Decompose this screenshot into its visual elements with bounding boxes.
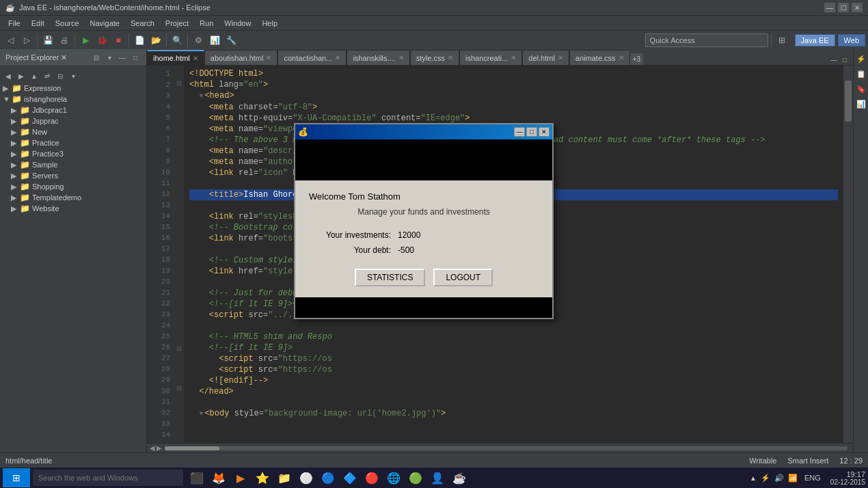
minimize-btn[interactable]: —: [824, 3, 835, 12]
tab-overflow[interactable]: +3: [630, 53, 643, 65]
modal-maximize-btn[interactable]: □: [526, 127, 537, 137]
toolbar-back[interactable]: ◁: [3, 33, 18, 48]
toolbar-search[interactable]: 🔍: [169, 33, 185, 48]
toolbar-stop[interactable]: ■: [111, 33, 126, 48]
tab-ihome[interactable]: ihome.html ✕: [147, 50, 204, 65]
toolbar-extra2[interactable]: 📊: [207, 33, 222, 48]
right-sidebar-btn-3[interactable]: 🔖: [854, 82, 868, 96]
sidebar-item-ishanghorela[interactable]: ▼ 📁 ishanghorela: [0, 94, 146, 105]
close-icon[interactable]: ✕: [511, 54, 516, 62]
toolbar-print[interactable]: 🖨: [57, 33, 72, 48]
close-icon[interactable]: ✕: [448, 54, 453, 62]
tab-animate[interactable]: animate.css ✕: [569, 50, 630, 65]
quick-access-box[interactable]: Quick Access: [645, 33, 768, 47]
folder-icon[interactable]: 📁: [275, 468, 294, 487]
ie-icon[interactable]: 🌐: [384, 468, 403, 487]
tray-expand[interactable]: ▲: [750, 474, 757, 482]
toolbar-open[interactable]: 📂: [148, 33, 163, 48]
sidebar-item-templatedemo[interactable]: ▶ 📁 Templatedemo: [0, 192, 146, 203]
scrollbar-thumb[interactable]: [845, 81, 852, 122]
menu-source[interactable]: Source: [50, 18, 85, 29]
sidebar-item-practice3[interactable]: ▶ 📁 Practice3: [0, 148, 146, 159]
menu-navigate[interactable]: Navigate: [85, 18, 125, 29]
right-sidebar-btn-2[interactable]: 📋: [854, 67, 868, 81]
toolbar-perspective-settings[interactable]: ⊞: [774, 33, 789, 48]
sidebar-item-servers[interactable]: ▶ 📁 Servers: [0, 170, 146, 181]
toolbar-save[interactable]: 💾: [40, 33, 55, 48]
sidebar-item-expression[interactable]: ▶ 📁 Expression: [0, 83, 146, 94]
sidebar-forward-btn[interactable]: ▶: [16, 70, 27, 81]
close-icon[interactable]: ✕: [266, 54, 271, 62]
editor-maximize[interactable]: □: [839, 54, 850, 65]
toolbar-run[interactable]: ▶: [78, 33, 93, 48]
tab-style[interactable]: style.css ✕: [410, 50, 459, 65]
toolbar-extra3[interactable]: 🔧: [223, 33, 239, 48]
perspective-javaee[interactable]: Java EE: [795, 34, 835, 46]
right-sidebar-btn-4[interactable]: 📊: [854, 97, 868, 111]
sidebar-item-shopping[interactable]: ▶ 📁 Shopping: [0, 181, 146, 192]
menu-project[interactable]: Project: [160, 18, 194, 29]
statistics-button[interactable]: STATISTICS: [355, 269, 426, 286]
sidebar-maximize[interactable]: □: [130, 52, 141, 63]
close-icon[interactable]: ✕: [619, 54, 624, 62]
right-sidebar-btn-1[interactable]: ⚡: [854, 52, 868, 66]
person-icon[interactable]: 👤: [428, 468, 447, 487]
tab-ishancreati[interactable]: ishancreati... ✕: [459, 50, 522, 65]
sidebar-item-new[interactable]: ▶ 📁 New: [0, 126, 146, 137]
menu-run[interactable]: Run: [194, 18, 219, 29]
vlc-icon[interactable]: ▶: [231, 468, 250, 487]
circle-icon[interactable]: 🔵: [318, 468, 338, 487]
scroll-left-btn[interactable]: ◀: [150, 444, 155, 452]
sidebar-collapse-all[interactable]: ⊟: [91, 52, 102, 63]
close-icon[interactable]: ✕: [193, 55, 198, 62]
sidebar-back-btn[interactable]: ◀: [3, 70, 14, 81]
scroll-right-btn[interactable]: ▶: [157, 444, 162, 452]
sidebar-link-btn[interactable]: ⇌: [42, 70, 53, 81]
toolbar-new[interactable]: 📄: [132, 33, 147, 48]
tab-aboutishan[interactable]: aboutishan.html ✕: [204, 50, 278, 65]
menu-window[interactable]: Window: [219, 18, 256, 29]
sidebar-up-btn[interactable]: ▲: [29, 70, 40, 81]
menu-file[interactable]: File: [3, 18, 26, 29]
sidebar-menu[interactable]: ▾: [104, 52, 115, 63]
editor-minimize[interactable]: —: [828, 54, 839, 65]
sidebar-item-website[interactable]: ▶ 📁 Website: [0, 203, 146, 214]
tab-del[interactable]: del.html ✕: [522, 50, 569, 65]
perspective-web[interactable]: Web: [838, 34, 865, 46]
sidebar-item-jdbcprac1[interactable]: ▶ 📁 Jdbcprac1: [0, 105, 146, 116]
firefox-icon[interactable]: 🦊: [209, 468, 228, 487]
red-icon[interactable]: 🔴: [362, 468, 381, 487]
sidebar-menu-btn2[interactable]: ▾: [68, 70, 79, 81]
toolbar-forward[interactable]: ▷: [19, 33, 34, 48]
maximize-btn[interactable]: ☐: [838, 3, 849, 12]
java-icon[interactable]: ☕: [450, 468, 469, 487]
menu-edit[interactable]: Edit: [26, 18, 50, 29]
tab-contactishan[interactable]: contactishan... ✕: [277, 50, 347, 65]
sidebar-collapse-btn[interactable]: ⊟: [55, 70, 66, 81]
hp-icon[interactable]: 🔷: [340, 468, 360, 487]
close-icon[interactable]: ✕: [335, 54, 340, 62]
toolbar-debug[interactable]: 🐞: [94, 33, 109, 48]
tab-ishanskills[interactable]: ishanskills.... ✕: [347, 50, 409, 65]
window-controls[interactable]: — ☐ ✕: [824, 3, 863, 12]
close-btn[interactable]: ✕: [852, 3, 863, 12]
star-icon[interactable]: ⭐: [253, 468, 272, 487]
modal-minimize-btn[interactable]: —: [514, 127, 525, 137]
logout-button[interactable]: LOGOUT: [433, 269, 493, 286]
close-icon[interactable]: ✕: [558, 54, 563, 62]
menu-help[interactable]: Help: [256, 18, 283, 29]
modal-close-btn[interactable]: ✕: [539, 127, 550, 137]
start-button[interactable]: ⊞: [3, 468, 30, 487]
chrome-icon[interactable]: ⚪: [297, 468, 316, 487]
hscroll-thumb[interactable]: [165, 446, 219, 450]
sidebar-item-jspprac[interactable]: ▶ 📁 Jspprac: [0, 116, 146, 126]
sidebar-item-practice[interactable]: ▶ 📁 Practice: [0, 137, 146, 148]
taskbar-search[interactable]: [33, 470, 183, 486]
toolbar-extra1[interactable]: ⚙: [191, 33, 206, 48]
close-icon[interactable]: ✕: [398, 54, 404, 62]
task-view-btn[interactable]: ⬛: [187, 468, 206, 487]
sidebar-minimize[interactable]: —: [117, 52, 128, 63]
sidebar-item-sample[interactable]: ▶ 📁 Sample: [0, 159, 146, 170]
vertical-scrollbar[interactable]: [843, 66, 853, 443]
menu-search[interactable]: Search: [125, 18, 160, 29]
